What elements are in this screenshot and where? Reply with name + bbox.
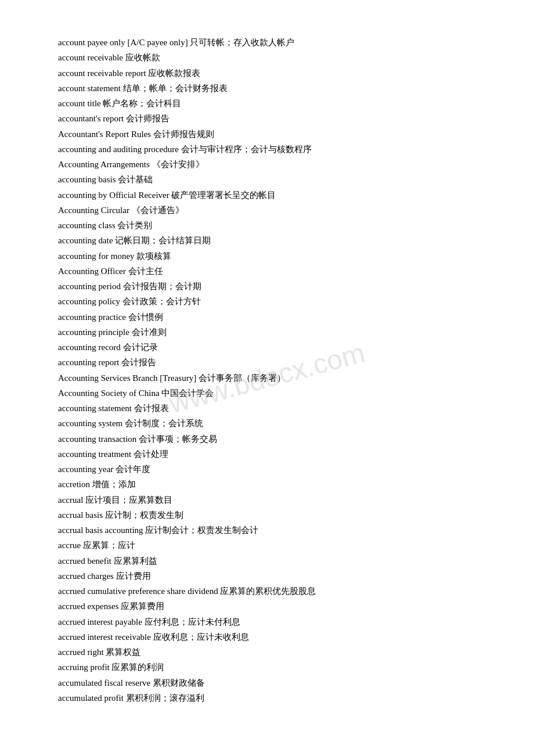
list-item: Accounting Circular 《会计通告》 [58, 203, 488, 218]
list-item: accounting statement 会计报表 [58, 401, 488, 416]
list-item: account statement 结单；帐单；会计财务报表 [58, 81, 488, 96]
list-item: account receivable 应收帐款 [58, 50, 488, 65]
list-item: accountant's report 会计师报告 [58, 111, 488, 126]
list-item: accrued interest payable 应付利息；应计未付利息 [58, 614, 488, 629]
list-item: accounting transaction 会计事项；帐务交易 [58, 431, 488, 447]
list-item: Accounting Arrangements 《会计安排》 [58, 157, 488, 172]
list-item: accounting for money 款项核算 [58, 249, 488, 264]
list-item: accretion 增值；添加 [58, 477, 488, 492]
list-item: Accounting Services Branch [Treasury] 会计… [58, 370, 488, 386]
list-item: accrual basis 应计制；权责发生制 [58, 507, 488, 523]
list-item: accounting system 会计制度；会计系统 [58, 416, 488, 431]
list-item: accounting by Official Receiver 破产管理署署长呈… [58, 188, 488, 203]
list-item: accrued cumulative preference share divi… [58, 584, 488, 599]
list-item: Accountant's Report Rules 会计师报告规则 [58, 127, 488, 142]
list-item: accounting year 会计年度 [58, 462, 488, 477]
list-item: accounting class 会计类别 [58, 218, 488, 233]
list-item: accounting and auditing procedure 会计与审计程… [58, 142, 488, 157]
list-item: account payee only [A/C payee only] 只可转帐… [58, 35, 488, 50]
list-item: accrual basis accounting 应计制会计；权责发生制会计 [58, 523, 488, 538]
list-item: accrued expenses 应累算费用 [58, 599, 488, 614]
list-item: accrued charges 应计费用 [58, 568, 488, 584]
list-item: accrual 应计项目；应累算数目 [58, 492, 488, 507]
list-item: accumulated fiscal reserve 累积财政储备 [58, 675, 488, 690]
list-item: account receivable report 应收帐款报表 [58, 66, 488, 81]
content-area: account payee only [A/C payee only] 只可转帐… [58, 35, 488, 705]
list-item: Accounting Officer 会计主任 [58, 264, 488, 279]
list-item: accounting treatment 会计处理 [58, 447, 488, 462]
list-item: accrue 应累算；应计 [58, 538, 488, 553]
list-item: accrued benefit 应累算利益 [58, 553, 488, 568]
list-item: accounting date 记帐日期；会计结算日期 [58, 233, 488, 248]
list-item: accounting principle 会计准则 [58, 325, 488, 340]
list-item: account title 帐户名称；会计科目 [58, 96, 488, 111]
list-item: accumulated profit 累积利润；滚存溢利 [58, 690, 488, 705]
list-item: accounting record 会计记录 [58, 340, 488, 355]
list-item: accruing profit 应累算的利润 [58, 660, 488, 675]
list-item: accounting report 会计报告 [58, 355, 488, 370]
list-item: accounting practice 会计惯例 [58, 309, 488, 325]
list-item: accounting basis 会计基础 [58, 172, 488, 187]
list-item: Accounting Society of China 中国会计学会 [58, 386, 488, 401]
list-item: accrued right 累算权益 [58, 645, 488, 660]
list-item: accounting period 会计报告期；会计期 [58, 279, 488, 294]
list-item: accounting policy 会计政策；会计方针 [58, 294, 488, 309]
list-item: accrued interest receivable 应收利息；应计未收利息 [58, 629, 488, 645]
